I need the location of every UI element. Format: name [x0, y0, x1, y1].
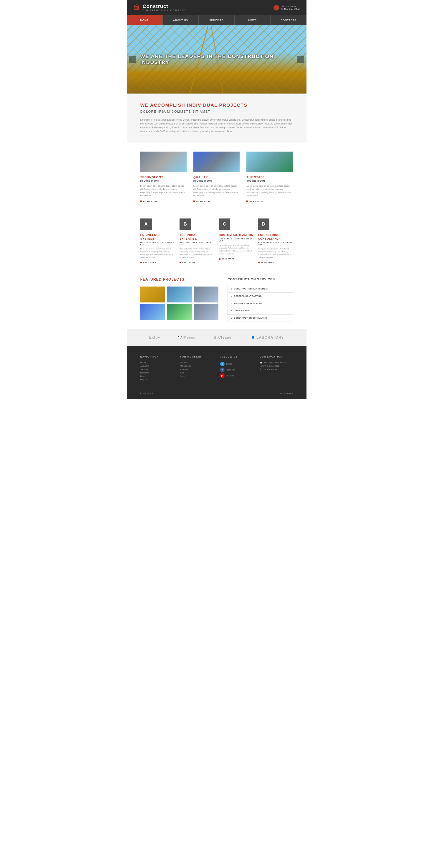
footer-location-title: OUR LOCATION	[260, 355, 293, 358]
featured-projects: FEATURED PROJECTS	[141, 277, 219, 322]
nav-about[interactable]: ABOUT US	[163, 15, 198, 25]
services-blocks-section: A ENGINEERED SYSTEMS MES CUML DIA SED CE…	[127, 212, 307, 271]
accomplish-title: WE ACCOMPLISH INDIVIDUAL PROJECTS	[141, 103, 293, 108]
cs-label-1: CONSTRUCTION MANAGEMENT	[234, 288, 269, 290]
footer-bottom: CONSTRUCT Privacy Policy	[141, 389, 293, 395]
twitter-icon: t	[220, 362, 224, 366]
hero-prev-button[interactable]: ‹	[129, 56, 136, 63]
logo-text-block: Construct CONSTRUCTION COMPANY	[143, 3, 187, 12]
custom-text: Nam justo ante, hendrerit vitae aliquet …	[219, 244, 254, 255]
staff-read-more[interactable]: READ MORE	[246, 200, 292, 203]
technology-read-more[interactable]: READ MORE	[141, 200, 187, 203]
logo-subtitle: CONSTRUCTION COMPANY	[143, 9, 187, 12]
footer-address1: 🏠 3333 West Oak Lane Str.	[260, 362, 293, 364]
phone-icon: 📞	[274, 5, 279, 10]
service-custom: C CUSTOM AUTOMATION MES CUML DIA SED CET…	[219, 218, 254, 264]
cs-item-1[interactable]: › CONSTRUCTION MANAGEMENT	[228, 285, 292, 293]
staff-sub: DOLORE IPSUM	[246, 180, 292, 182]
twitter-label: Twitter	[226, 363, 232, 365]
footer-social-col: FOLLOW US t Twitter f Facebook ▶ YouTube	[220, 355, 253, 382]
cs-label-4: DESIGN / BUILD	[234, 310, 251, 312]
privacy-policy-link[interactable]: Privacy Policy	[280, 392, 292, 395]
engineered-read-more[interactable]: READ MORE	[141, 261, 175, 264]
footer-nav-members[interactable]: Members	[141, 372, 174, 374]
engineering-icon: D	[258, 218, 269, 230]
hero-next-button[interactable]: ›	[298, 56, 304, 63]
social-facebook[interactable]: f Facebook	[220, 368, 235, 372]
footer-nav-services[interactable]: Services	[141, 368, 174, 371]
staff-text: Lorem ipsum dolor sit amet, conse ctetur…	[246, 184, 292, 197]
project-thumb-6[interactable]	[194, 304, 218, 320]
technical-icon: B	[180, 218, 191, 230]
footer-location-col: OUR LOCATION 🏠 3333 West Oak Lane Str. N…	[260, 355, 293, 382]
messo-icon: 💬	[178, 336, 182, 339]
project-thumb-1[interactable]	[141, 286, 165, 303]
facebook-icon: f	[220, 368, 224, 372]
partner-laboratory: 👤 LABORATORY	[251, 336, 284, 340]
footer-membership-link[interactable]: Membership	[180, 365, 213, 367]
footer-nav-col: NAVIGATION Home About Us Services Member…	[141, 355, 174, 382]
engineering-read-more[interactable]: READ MORE	[258, 261, 293, 264]
facebook-label: Facebook	[226, 369, 235, 371]
footer-nav-projects[interactable]: Projects	[141, 378, 174, 381]
social-youtube[interactable]: ▶ YouTube	[220, 373, 234, 378]
cs-label-5: CONSTRUCTION CONSULTING	[234, 317, 267, 319]
quality-read-more[interactable]: READ MORE	[193, 200, 240, 203]
accomplish-subtitle: DOLORE IPSUM COMMETE SIT AMET	[141, 110, 293, 113]
technology-title: TECHNOLOGY	[141, 176, 187, 179]
footer-nav-news[interactable]: News	[141, 375, 174, 377]
staff-image	[246, 152, 292, 172]
cs-item-2[interactable]: › GENERAL CONTRACTING	[228, 293, 292, 300]
cleaner-name: Cleaner	[218, 336, 233, 340]
technical-read-more[interactable]: READ MORE	[180, 261, 214, 264]
custom-read-more[interactable]: READ MORE	[219, 258, 254, 260]
cs-arrow-1: ›	[231, 288, 232, 290]
technical-text: Nam justo ante, hendrerit vitae aliquet …	[180, 248, 214, 259]
footer-nav-home[interactable]: Home	[141, 362, 174, 364]
footer-nav-about[interactable]: About Us	[141, 365, 174, 367]
project-thumb-2[interactable]	[167, 286, 192, 303]
project-thumb-4[interactable]	[141, 304, 165, 320]
cs-item-3[interactable]: › PROGRAM MANAGEMENT	[228, 300, 292, 307]
hero-section: ‹ WE ARE THE LEADERS IN THE CONSTRUCTION…	[127, 25, 307, 94]
project-thumb-3[interactable]	[194, 286, 218, 303]
project-thumb-5[interactable]	[167, 304, 192, 320]
cs-item-5[interactable]: › CONSTRUCTION CONSULTING	[228, 314, 292, 321]
footer-partners-link[interactable]: Partners	[180, 368, 213, 371]
cs-list: › CONSTRUCTION MANAGEMENT › GENERAL CONT…	[227, 285, 292, 322]
read-more-dot	[141, 200, 142, 202]
cs-arrow-3: ›	[231, 302, 232, 305]
cs-label-3: PROGRAM MANAGEMENT	[234, 302, 262, 305]
service-technical: B TECHNICAL EXPERTISE MES CUML DIA SED C…	[180, 218, 214, 264]
construction-services: CONSTRUCTION SERVICES › CONSTRUCTION MAN…	[227, 277, 292, 322]
custom-icon: C	[219, 218, 230, 230]
footer-blog-link[interactable]: Blog	[180, 372, 213, 374]
nav-news[interactable]: NEWS	[235, 15, 271, 25]
social-twitter[interactable]: t Twitter	[220, 362, 232, 366]
cleaner-icon: 🗑	[213, 336, 217, 339]
footer-nav-title: NAVIGATION	[141, 355, 174, 358]
nav-contacts[interactable]: CONTACTS	[271, 15, 306, 25]
phone-number: +1 959 552 5963	[281, 7, 300, 10]
nav-home[interactable]: HOME	[127, 15, 163, 25]
header: 🏛 Construct CONSTRUCTION COMPANY 📞 Call …	[127, 0, 307, 15]
home-icon: 🏠	[260, 362, 262, 364]
engineering-title: ENGINEERING CONSULTANCY	[258, 233, 293, 241]
features-section: TECHNOLOGY DOLORE IPSUM Lorem ipsum dolo…	[127, 143, 307, 212]
nav-services[interactable]: SERVICES	[198, 15, 235, 25]
footer-news-link[interactable]: News	[180, 375, 213, 377]
technical-title: TECHNICAL EXPERTISE	[180, 233, 214, 241]
technology-text: Lorem ipsum dolor sit amet, conse ctetur…	[141, 184, 187, 197]
technical-sub: MES CUML DIA SED CET INGER LOT.	[180, 242, 214, 246]
cs-arrow-4: ›	[231, 310, 232, 312]
accomplish-section: WE ACCOMPLISH INDIVIDUAL PROJECTS DOLORE…	[127, 94, 307, 143]
quality-image	[193, 152, 240, 172]
custom-sub: MES CUML DIA SED CET INGER LOT.	[219, 238, 254, 242]
footer-members-link[interactable]: Members	[180, 362, 213, 364]
footer-address2: New York City, 10001	[260, 365, 293, 367]
cs-title: CONSTRUCTION SERVICES	[227, 277, 292, 282]
cs-item-4[interactable]: › DESIGN / BUILD	[228, 307, 292, 314]
feature-staff: THE STAFF DOLORE IPSUM Lorem ipsum dolor…	[246, 152, 292, 203]
footer-members-title: FOR MEMBERS	[180, 355, 213, 358]
cs-arrow-2: ›	[231, 295, 232, 298]
